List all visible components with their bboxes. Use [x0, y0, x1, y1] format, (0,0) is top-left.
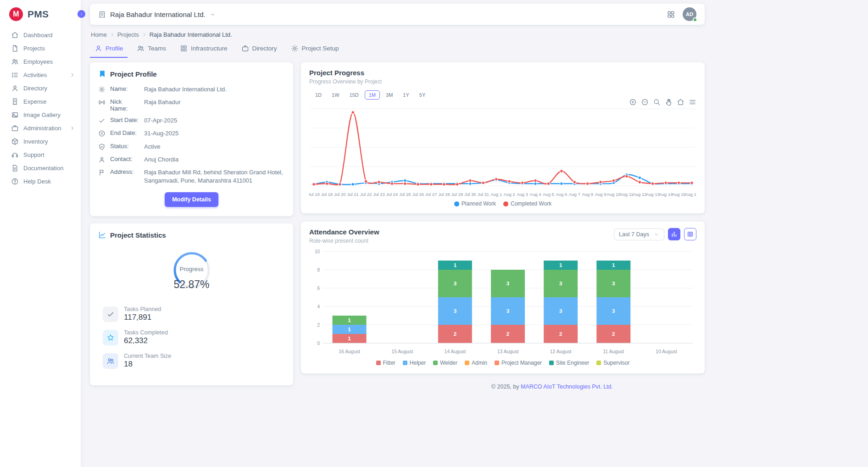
- sidebar-item-label: Dashboard: [23, 32, 53, 39]
- svg-text:4: 4: [317, 304, 320, 309]
- user-icon: [98, 156, 106, 163]
- gear-icon: [98, 86, 106, 93]
- sidebar-item-employees[interactable]: Employees: [0, 55, 81, 68]
- zoom-out-icon[interactable]: [641, 98, 649, 106]
- sidebar-collapse-button[interactable]: [77, 9, 86, 19]
- svg-text:1: 1: [612, 262, 615, 268]
- sidebar-item-administration[interactable]: Administration: [0, 122, 81, 135]
- check-icon: [106, 310, 115, 318]
- range-button-5y[interactable]: 5Y: [415, 90, 429, 100]
- range-button-1y[interactable]: 1Y: [399, 90, 413, 100]
- legend-item-welder[interactable]: Welder: [433, 360, 457, 366]
- company-selector[interactable]: Raja Bahadur International Ltd.: [98, 11, 216, 18]
- team-icon: [103, 353, 118, 369]
- left-column: Project Profile Name:Raja Bahadur Intern…: [90, 62, 293, 385]
- breadcrumb-item-projects[interactable]: Projects: [117, 31, 139, 38]
- svg-text:Aug 16: Aug 16: [685, 192, 696, 197]
- svg-text:Aug 2: Aug 2: [504, 192, 515, 197]
- breadcrumb-item-raja-bahadur-international-ltd[interactable]: Raja Bahadur International Ltd.: [150, 31, 232, 38]
- field-label: Name:: [110, 85, 139, 92]
- profile-field-start-date: Start Date:07-Apr-2025: [98, 117, 285, 125]
- sidebar-item-label: Help Desk: [23, 178, 51, 185]
- legend-item-site-engineer[interactable]: Site Engineer: [549, 360, 589, 366]
- svg-text:10 August: 10 August: [656, 349, 677, 354]
- svg-text:Jul 25: Jul 25: [399, 192, 411, 197]
- apps-grid-icon[interactable]: [667, 10, 675, 19]
- card-title-row: Project Statistics: [98, 231, 285, 239]
- breadcrumb-item-home[interactable]: Home: [91, 31, 107, 38]
- page-grid: Project Profile Name:Raja Bahadur Intern…: [90, 62, 705, 390]
- legend-marker: [495, 361, 499, 365]
- project-progress-subtitle: Progress Overview by Project: [309, 78, 696, 85]
- sidebar-item-inventory[interactable]: Inventory: [0, 135, 81, 148]
- main-content: Raja Bahadur International Ltd. AD HomeP…: [81, 0, 714, 390]
- pan-hand-icon[interactable]: [665, 98, 673, 106]
- legend-item-fitter[interactable]: Fitter: [376, 360, 395, 366]
- range-button-1m[interactable]: 1M: [365, 90, 380, 100]
- sidebar-item-support[interactable]: Support: [0, 148, 81, 161]
- menu-icon[interactable]: [689, 98, 696, 106]
- bar-view-button[interactable]: [668, 228, 680, 240]
- legend-label: Project Manager: [501, 360, 542, 366]
- modify-details-button[interactable]: Modify Details: [165, 192, 218, 207]
- app-logo[interactable]: M PMS: [0, 0, 81, 28]
- legend-marker: [465, 361, 469, 365]
- briefcase-icon: [11, 124, 19, 132]
- chevron-right-icon: [69, 72, 75, 78]
- range-button-1d[interactable]: 1D: [311, 90, 326, 100]
- profile-field-address: Address:Raja Bahadur Mill Rd, behind She…: [98, 168, 285, 185]
- sidebar-item-documentation[interactable]: Documentation: [0, 161, 81, 175]
- avatar[interactable]: AD: [683, 7, 696, 21]
- svg-text:2: 2: [559, 331, 562, 337]
- legend-item-completed-work[interactable]: Completed Work: [503, 200, 551, 207]
- legend-item-project-manager[interactable]: Project Manager: [495, 360, 542, 366]
- svg-text:2: 2: [612, 331, 615, 337]
- svg-text:Aug 11: Aug 11: [620, 192, 633, 197]
- stat-item-tasks-planned: Tasks Planned117,891: [103, 306, 285, 322]
- chart-toolbar: [629, 98, 696, 106]
- chevron-down-icon: [654, 232, 659, 237]
- chevron-right-icon: [109, 32, 115, 38]
- stat-label: Tasks Planned: [124, 306, 161, 312]
- sidebar-item-activities[interactable]: Activities: [0, 68, 81, 82]
- range-button-15d[interactable]: 15D: [345, 90, 363, 100]
- right-column: Project Progress Progress Overview by Pr…: [301, 62, 705, 390]
- sidebar-item-projects[interactable]: Projects: [0, 42, 81, 55]
- stat-value: 18: [124, 360, 171, 369]
- sidebar-item-label: Documentation: [23, 165, 63, 172]
- team-icon: [106, 357, 115, 365]
- field-label: Nick Name:: [110, 98, 139, 112]
- legend-label: Completed Work: [511, 200, 551, 207]
- attendance-chart[interactable]: 024681011116 August15 August233114 Augus…: [309, 247, 696, 357]
- tab-teams[interactable]: Teams: [132, 40, 171, 58]
- sidebar-item-help-desk[interactable]: Help Desk: [0, 175, 81, 188]
- zoom-in-icon[interactable]: [629, 98, 637, 106]
- reset-home-icon[interactable]: [677, 98, 684, 106]
- project-progress-chart[interactable]: Jul 18Jul 19Jul 20Jul 21Jul 22Jul 23Jul …: [309, 102, 696, 198]
- table-view-button[interactable]: [684, 228, 696, 240]
- svg-text:3: 3: [506, 308, 509, 314]
- days-filter-select[interactable]: Last 7 Days: [614, 228, 664, 240]
- footer-link[interactable]: MARCO AIoT Technologies Pvt. Ltd.: [521, 384, 613, 390]
- stat-item-current-team-size: Current Team Size18: [103, 353, 285, 369]
- sidebar-item-dashboard[interactable]: Dashboard: [0, 28, 81, 42]
- tab-project-setup[interactable]: Project Setup: [286, 40, 344, 58]
- range-button-3m[interactable]: 3M: [382, 90, 397, 100]
- selection-zoom-icon[interactable]: [653, 98, 661, 106]
- card-title-row: Project Profile: [98, 70, 285, 78]
- legend-item-supervisor[interactable]: Supervisor: [596, 360, 629, 366]
- range-button-1w[interactable]: 1W: [328, 90, 344, 100]
- legend-item-helper[interactable]: Helper: [403, 360, 426, 366]
- legend-item-admin[interactable]: Admin: [465, 360, 487, 366]
- tab-infrastructure[interactable]: Infrastructure: [175, 40, 232, 58]
- tab-directory[interactable]: Directory: [237, 40, 282, 58]
- sidebar-item-expense[interactable]: Expense: [0, 95, 81, 108]
- sidebar-item-directory[interactable]: Directory: [0, 82, 81, 95]
- tab-profile[interactable]: Profile: [90, 40, 128, 58]
- svg-text:Jul 19: Jul 19: [321, 192, 333, 197]
- field-value: Anuj Chordia: [144, 156, 285, 164]
- svg-text:Jul 30: Jul 30: [464, 192, 476, 197]
- sidebar-item-image-gallery[interactable]: Image Gallery: [0, 108, 81, 122]
- svg-text:Jul 28: Jul 28: [438, 192, 450, 197]
- legend-item-planned-work[interactable]: Planned Work: [454, 200, 496, 207]
